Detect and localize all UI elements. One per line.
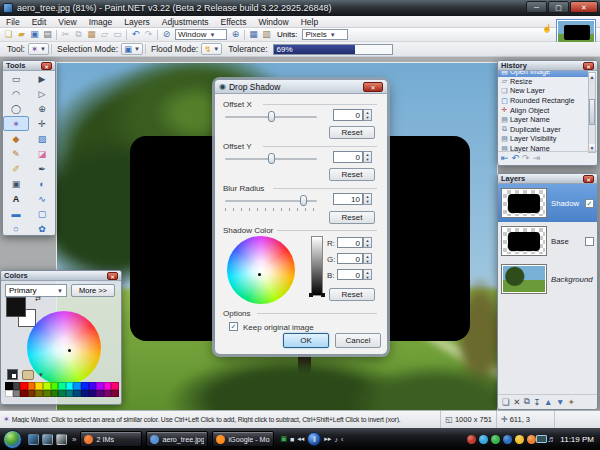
line-curve-tool[interactable]: ∿ — [29, 191, 55, 206]
menu-adjustments[interactable]: Adjustments — [156, 16, 215, 28]
quicklaunch-media-icon[interactable] — [56, 434, 67, 445]
redo-icon[interactable]: ↷ — [142, 28, 155, 41]
menu-effects[interactable]: Effects — [215, 16, 253, 28]
fast-forward-button[interactable]: ⇥ — [533, 153, 541, 163]
move-selection-tool[interactable]: ▷ — [29, 86, 55, 101]
palette-swatch-0-4[interactable] — [35, 382, 43, 390]
wmp-next-button[interactable]: ▸▸ — [324, 435, 331, 443]
menu-window[interactable]: Window — [252, 16, 294, 28]
close-icon[interactable]: ✕ — [41, 62, 52, 70]
chevron-down-icon[interactable]: ▼ — [38, 372, 44, 378]
gradient-tool[interactable]: ▨ — [29, 131, 55, 146]
color-picker-tool[interactable]: ✒ — [29, 161, 55, 176]
menu-layers[interactable]: Layers — [118, 16, 156, 28]
move-selected-pixels-tool[interactable]: ▶ — [29, 71, 55, 86]
eraser-tool[interactable]: ◪ — [29, 146, 55, 161]
paintbrush-tool[interactable]: ✎ — [3, 146, 29, 161]
properties-button[interactable]: ✦ — [568, 397, 575, 407]
palette-swatch-0-9[interactable] — [73, 382, 81, 390]
shadow-color-wheel[interactable] — [227, 236, 295, 304]
palette-swatch-1-5[interactable] — [43, 390, 51, 398]
palette-swatch-0-11[interactable] — [89, 382, 97, 390]
network-icon[interactable] — [536, 435, 547, 443]
pencil-tool[interactable]: ✐ — [3, 161, 29, 176]
dialog-titlebar[interactable]: ◉ Drop Shadow ✕ — [215, 80, 387, 94]
rewind-button[interactable]: ⇤ — [501, 153, 509, 163]
tray-icon-green[interactable] — [491, 435, 500, 444]
add-layer-button[interactable]: ❏ — [502, 397, 510, 407]
close-icon[interactable]: ✕ — [583, 62, 594, 70]
palette-swatch-1-9[interactable] — [73, 390, 81, 398]
redo-button[interactable]: ↷ — [522, 153, 530, 163]
deselect-icon[interactable]: ▭ — [111, 28, 124, 41]
new-icon[interactable]: ❏ — [2, 28, 15, 41]
wmp-collapse-chevron[interactable]: ‹ — [341, 436, 343, 443]
flood-mode-dropdown[interactable]: ↯▼ — [201, 43, 222, 55]
palette-swatch-0-8[interactable] — [66, 382, 74, 390]
palette-swatch-1-3[interactable] — [28, 390, 36, 398]
tray-icon-skype[interactable] — [479, 435, 488, 444]
wmp-launcher-icon[interactable]: ▣ — [280, 435, 287, 443]
close-button[interactable]: ✕ — [570, 1, 598, 13]
crop-icon[interactable]: ▱ — [98, 28, 111, 41]
primary-color-swatch[interactable] — [6, 297, 26, 317]
menu-image[interactable]: Image — [83, 16, 119, 28]
offset-y-slider[interactable] — [225, 153, 317, 164]
open-icon[interactable]: ▰ — [15, 28, 28, 41]
paint-bucket-tool[interactable]: ◆ — [3, 131, 29, 146]
taskbar-button-1[interactable]: aero_tree.jpg (81... — [146, 431, 208, 447]
palette-swatch-0-1[interactable] — [13, 382, 21, 390]
history-item[interactable]: ⧉Duplicate Layer — [498, 125, 588, 135]
save-icon[interactable]: ▣ — [28, 28, 41, 41]
taskbar-button-0[interactable]: 2 IMs — [80, 431, 142, 447]
value-gradient-bar[interactable] — [311, 236, 323, 296]
offset-x-value[interactable]: 0 — [333, 109, 363, 121]
layer-visibility-checkbox[interactable]: ✓ — [597, 275, 598, 284]
zoom-mode-dropdown[interactable]: Window▼ — [175, 29, 227, 40]
history-item[interactable]: ❏New Layer — [498, 86, 588, 96]
palette-swatch-0-5[interactable] — [43, 382, 51, 390]
wmp-pause-button[interactable]: ∥ — [307, 432, 321, 446]
more-button[interactable]: More >> — [71, 284, 115, 297]
taskbar-button-2[interactable]: iGoogle - Mozil... — [212, 431, 274, 447]
tray-icon-orange[interactable] — [527, 435, 536, 444]
zoom-in-icon[interactable]: ⊕ — [229, 28, 242, 41]
move-up-button[interactable]: ▲ — [544, 397, 552, 407]
palette-swatch-1-12[interactable] — [96, 390, 104, 398]
rectangle-tool[interactable]: ▬ — [3, 206, 29, 221]
recolor-tool[interactable]: ◐ — [29, 176, 55, 191]
scroll-up-icon[interactable]: ▲ — [589, 73, 595, 81]
red-value[interactable]: 0 — [337, 237, 363, 248]
layer-visibility-checkbox[interactable] — [585, 237, 594, 246]
freeform-shape-tool[interactable]: ✿ — [29, 221, 55, 236]
history-item[interactable]: ▤Layer Name — [498, 115, 588, 125]
palette-swatch-1-6[interactable] — [51, 390, 59, 398]
quicklaunch-overflow-chevron[interactable]: » — [72, 435, 76, 444]
blur-radius-slider[interactable] — [225, 195, 317, 206]
undo-icon[interactable]: ↶ — [129, 28, 142, 41]
ellipse-select-tool[interactable]: ◯ — [3, 101, 29, 116]
menu-file[interactable]: File — [0, 16, 26, 28]
palette-swatch-0-0[interactable] — [5, 382, 13, 390]
palette-swatch-1-2[interactable] — [20, 390, 28, 398]
history-item[interactable]: ▢Rounded Rectangle — [498, 96, 588, 106]
blur-radius-value[interactable]: 10 — [333, 193, 363, 205]
quicklaunch-show-desktop-icon[interactable] — [42, 434, 53, 445]
offset-x-slider[interactable] — [225, 111, 317, 122]
lasso-select-tool[interactable]: ◠ — [3, 86, 29, 101]
undo-button[interactable]: ↶ — [512, 153, 520, 163]
history-scrollbar[interactable]: ▲ ▼ — [588, 72, 596, 153]
maximize-button[interactable]: ▢ — [548, 1, 569, 13]
wmp-volume-button[interactable]: ♪ — [334, 436, 338, 443]
zoom-out-icon[interactable]: ⊘ — [160, 28, 173, 41]
palette-swatch-1-0[interactable] — [5, 390, 13, 398]
palette-swatch-0-10[interactable] — [81, 382, 89, 390]
copy-icon[interactable]: ⧉ — [72, 28, 85, 41]
layer-row-base[interactable]: Base — [498, 222, 597, 260]
scrollbar-thumb[interactable] — [589, 99, 595, 125]
tray-icon-blue[interactable] — [503, 435, 512, 444]
cancel-button[interactable]: Cancel — [335, 333, 381, 348]
clone-stamp-tool[interactable]: ▣ — [3, 176, 29, 191]
tolerance-slider[interactable]: 69% — [273, 44, 393, 55]
palette-swatch-1-13[interactable] — [104, 390, 112, 398]
